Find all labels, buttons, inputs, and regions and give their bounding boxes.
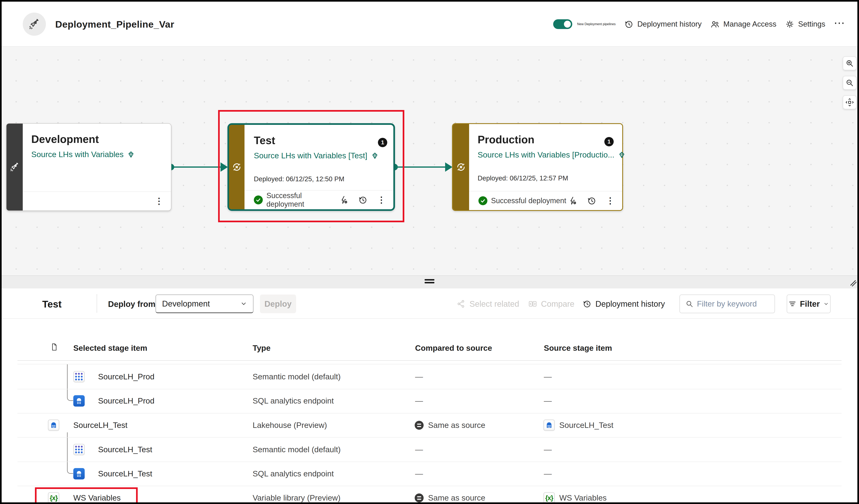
compare-button[interactable]: Compare [528,288,574,319]
resize-corner-icon[interactable] [848,277,857,287]
workspace-link[interactable]: Source LHs with Variables [Productio... [478,150,626,159]
header-toolbar: New Deployment pipelines Deployment hist… [553,2,845,47]
deployed-timestamp: Deployed: 06/12/25, 12:50 PM [254,175,344,183]
panel-splitter[interactable] [2,275,857,288]
same-as-source-icon [415,493,424,502]
deploy-settings-icon[interactable] [568,196,577,205]
page-title: Deployment_Pipeline_Var [55,2,174,47]
lakehouse-icon [48,419,59,431]
compare-icon [528,299,537,308]
workspace-link[interactable]: Source LHs with Variables [Test] [254,151,379,160]
semantic-model-icon [73,371,85,382]
toggle-label: New Deployment pipelines [577,22,616,26]
panel-stage-title: Test [42,299,62,310]
zoom-out-button[interactable] [843,76,857,90]
sql-endpoint-icon [73,468,85,479]
table-header-line [17,360,842,361]
search-icon [685,300,694,308]
stage-more-button[interactable]: ⋮ [155,197,163,205]
settings-button[interactable]: Settings [785,19,825,29]
deployment-status: Successful deployment [491,197,566,205]
deploy-button[interactable]: Deploy [260,294,296,313]
app-header: Deployment_Pipeline_Var New Deployment p… [2,2,857,47]
pan-icon [845,98,854,107]
history-icon[interactable] [587,196,597,205]
stage-footer: Successful deployment ⋮ [469,191,622,210]
chevron-down-icon [823,301,829,307]
lakehouse-icon [543,419,555,431]
table-row[interactable]: SourceLH_Test Semantic model (default) —… [2,438,857,462]
source-stage-item: SourceLH_Test [543,419,614,431]
rocket-icon [28,18,41,30]
table-row[interactable]: SourceLH_Test Lakehouse (Preview) Same a… [2,413,857,437]
sync-status-icon [455,162,467,173]
deployment-history-button[interactable]: Deployment history [624,19,702,29]
source-stage-item: {x} WS Variables [543,492,606,504]
pipeline-logo [23,13,46,36]
new-pipelines-toggle-group[interactable]: New Deployment pipelines [553,19,616,29]
column-header-type[interactable]: Type [253,343,271,353]
stage-footer: Successful deployment ⋮ [244,190,393,209]
stage-name: Development [31,133,99,145]
stage-more-button[interactable]: ⋮ [377,196,386,204]
people-icon [710,19,720,29]
item-count-badge: 1 [378,138,387,147]
column-header-source-stage-item[interactable]: Source stage item [544,343,612,353]
filter-button[interactable]: Filter [787,294,831,313]
stage-name: Production [478,133,534,146]
compared-status: Same as source [415,493,485,502]
fit-view-button[interactable] [843,95,857,109]
success-check-icon [479,196,487,205]
same-as-source-icon [415,421,424,430]
column-header-compared-to-source[interactable]: Compared to source [415,343,492,353]
manage-access-button[interactable]: Manage Access [710,19,777,29]
history-icon [583,299,592,308]
table-row[interactable]: SourceLH_Prod SQL analytics endpoint — — [2,389,857,413]
item-type-column-icon [49,342,59,352]
stage-card-test[interactable]: Test 1 Source LHs with Variables [Test] … [227,123,395,211]
pipeline-canvas[interactable]: Development Source LHs with Variables ⋮ … [2,47,857,275]
stage-strip-test [229,125,244,209]
history-icon[interactable] [358,195,368,205]
toggle-knob [564,21,571,28]
table-row[interactable]: SourceLH_Prod Semantic model (default) —… [2,365,857,389]
zoom-in-button[interactable] [843,57,857,70]
table-row[interactable]: {x} WS Variables Variable library (Previ… [2,486,857,504]
semantic-model-icon [73,444,85,455]
variable-library-icon: {x} [543,492,555,504]
filter-icon [788,300,797,308]
success-check-icon [254,196,263,204]
workspace-link[interactable]: Source LHs with Variables [31,150,135,159]
stage-strip-production [453,124,469,210]
deployment-history-button[interactable]: Deployment history [583,288,665,319]
history-icon [624,19,634,29]
table-row[interactable]: SourceLH_Test SQL analytics endpoint — — [2,462,857,486]
deployment-pipeline-screen: Deployment_Pipeline_Var New Deployment p… [0,0,859,504]
chevron-down-icon [240,300,248,308]
stage-footer: ⋮ [23,192,171,211]
connector-dev-test [171,166,222,168]
stage-card-production[interactable]: Production 1 Source LHs with Variables [… [452,123,623,211]
deploy-from-dropdown[interactable]: Development [155,294,253,313]
zoom-in-icon [845,59,854,68]
deploy-from-label: Deploy from [108,300,155,309]
zoom-out-icon [845,78,854,87]
select-related-button[interactable]: Select related [456,288,519,319]
keyword-filter-searchbox[interactable] [679,294,775,313]
more-options-button[interactable]: ⋯ [834,17,845,31]
toolbar-separator [2,318,857,319]
stage-card-development[interactable]: Development Source LHs with Variables ⋮ [6,123,171,211]
toggle-switch[interactable] [553,19,572,29]
connector-arrow-test [221,163,228,172]
deploy-from-value: Development [162,299,210,308]
stage-name: Test [254,134,275,147]
search-input[interactable] [697,300,770,308]
stage-strip-development [6,124,23,211]
connector-test-prod [395,166,446,168]
item-count-badge: 1 [604,137,614,146]
deploy-settings-icon[interactable] [339,195,349,205]
splitter-handle[interactable] [425,279,434,284]
column-header-selected-stage-item[interactable]: Selected stage item [73,343,147,353]
stage-detail-panel: Test Deploy from Development Deploy Sele… [2,288,857,502]
stage-more-button[interactable]: ⋮ [606,197,615,205]
